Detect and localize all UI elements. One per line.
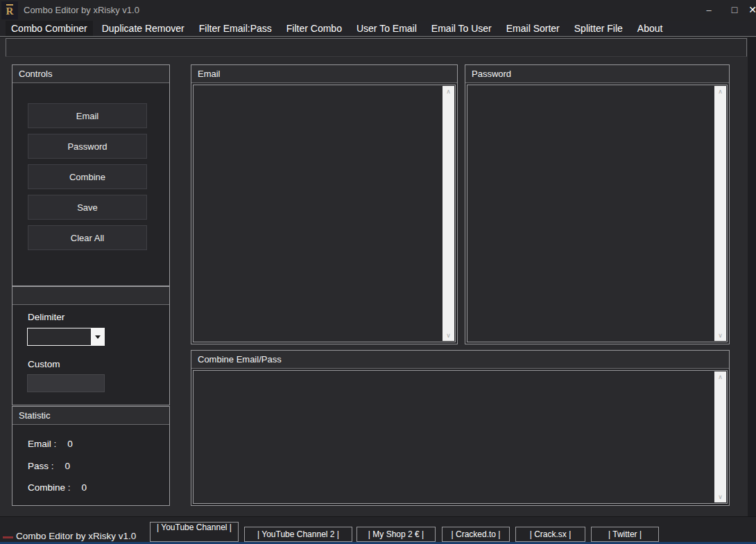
statistic-group-title: Statistic xyxy=(12,407,169,425)
tab-combo-combiner[interactable]: Combo Combiner xyxy=(6,21,93,36)
youtube-channel-button[interactable]: | YouTube Channel | xyxy=(150,522,239,542)
scroll-up-icon[interactable]: ∧ xyxy=(714,87,726,96)
scroll-down-icon[interactable]: ∨ xyxy=(714,331,726,340)
crack-sx-button[interactable]: | Crack.sx | xyxy=(515,527,585,542)
combine-group-title: Combine Email/Pass xyxy=(191,351,729,369)
my-shop-button[interactable]: | My Shop 2 € | xyxy=(356,527,436,542)
delimiter-select-value xyxy=(28,328,91,345)
combine-group: Combine Email/Pass ∧ ∨ xyxy=(191,350,730,506)
status-bar: Combo Editor by xRisky v1.0 | YouTube Ch… xyxy=(0,516,756,542)
close-button[interactable]: ✕ xyxy=(741,0,756,19)
maximize-icon: □ xyxy=(732,4,737,15)
tab-user-to-email[interactable]: User To Email xyxy=(351,21,422,36)
clear-all-button[interactable]: Clear All xyxy=(28,225,147,250)
tab-filter-combo[interactable]: Filter Combo xyxy=(281,21,347,36)
password-textarea-content xyxy=(469,87,713,340)
statusbar-brand: Combo Editor by xRisky v1.0 xyxy=(16,531,136,541)
minimize-icon: – xyxy=(706,5,711,15)
app-icon: R xyxy=(1,1,18,19)
delimiter-group-header xyxy=(12,287,169,305)
email-textarea-content xyxy=(195,87,441,340)
tab-page: Controls Email Password Combine Save Cle… xyxy=(0,37,748,516)
custom-delimiter-input[interactable] xyxy=(27,374,105,392)
stat-email-label: Email : xyxy=(28,439,56,449)
brand-dash-icon xyxy=(3,536,13,538)
email-scrollbar[interactable]: ∧ ∨ xyxy=(443,86,454,341)
combine-scrollbar[interactable]: ∧ ∨ xyxy=(714,371,726,502)
tab-filter-email-pass[interactable]: Filter Email:Pass xyxy=(194,21,277,36)
tab-email-sorter[interactable]: Email Sorter xyxy=(501,21,565,36)
minimize-button[interactable]: – xyxy=(697,0,721,19)
cracked-to-button[interactable]: | Cracked.to | xyxy=(442,527,510,542)
tab-duplicate-remover[interactable]: Duplicate Remover xyxy=(96,21,190,36)
stat-combine-row: Combine :0 xyxy=(28,482,87,493)
youtube-channel-2-button[interactable]: | YouTube Channel 2 | xyxy=(244,527,352,542)
scroll-down-icon[interactable]: ∨ xyxy=(443,331,454,340)
stat-pass-label: Pass : xyxy=(28,461,54,471)
email-group-title: Email xyxy=(191,65,457,83)
tab-bar: Combo Combiner Duplicate Remover Filter … xyxy=(0,21,756,37)
tab-splitter-file[interactable]: Splitter File xyxy=(569,21,628,36)
tab-about[interactable]: About xyxy=(632,21,669,36)
password-button[interactable]: Password xyxy=(28,134,147,159)
stat-email-value: 0 xyxy=(67,439,73,449)
titlebar: R Combo Editor by xRisky v1.0 – □ ✕ xyxy=(0,0,756,21)
delimiter-label: Delimiter xyxy=(28,312,65,322)
stat-email-row: Email :0 xyxy=(28,439,73,449)
twitter-button[interactable]: | Twitter | xyxy=(591,527,659,542)
email-textarea[interactable]: ∧ ∨ xyxy=(193,85,456,342)
chevron-down-icon xyxy=(95,335,101,339)
top-panel xyxy=(6,38,747,57)
stat-combine-value: 0 xyxy=(82,482,87,493)
controls-group-title: Controls xyxy=(12,65,169,83)
email-group: Email ∧ ∨ xyxy=(191,64,458,344)
delimiter-dropdown-button[interactable] xyxy=(91,328,104,345)
scroll-down-icon[interactable]: ∨ xyxy=(714,492,726,502)
password-textarea[interactable]: ∧ ∨ xyxy=(467,85,728,342)
app-logo-icon: R xyxy=(6,4,14,17)
combine-textarea[interactable]: ∧ ∨ xyxy=(193,370,728,504)
email-button[interactable]: Email xyxy=(28,103,147,128)
password-scrollbar[interactable]: ∧ ∨ xyxy=(714,86,726,341)
window-title: Combo Editor by xRisky v1.0 xyxy=(24,5,139,15)
stat-combine-label: Combine : xyxy=(28,482,71,493)
app-window: R Combo Editor by xRisky v1.0 – □ ✕ Comb… xyxy=(0,0,756,544)
combine-button[interactable]: Combine xyxy=(28,164,147,189)
password-group-title: Password xyxy=(465,65,729,83)
save-button[interactable]: Save xyxy=(28,195,147,220)
delimiter-group: Delimiter Custom xyxy=(12,286,170,405)
password-group: Password ∧ ∨ xyxy=(465,64,730,344)
statistic-group: Statistic Email :0 Pass :0 Combine :0 xyxy=(12,406,170,506)
combine-textarea-content xyxy=(195,372,713,502)
scroll-up-icon[interactable]: ∧ xyxy=(443,87,454,96)
controls-group: Controls Email Password Combine Save Cle… xyxy=(12,64,170,286)
tab-email-to-user[interactable]: Email To User xyxy=(426,21,497,36)
stat-pass-value: 0 xyxy=(65,461,71,471)
scroll-up-icon[interactable]: ∧ xyxy=(714,372,726,382)
stat-pass-row: Pass :0 xyxy=(28,461,70,471)
delimiter-select[interactable] xyxy=(27,328,105,346)
close-icon: ✕ xyxy=(748,4,756,15)
custom-label: Custom xyxy=(28,359,60,369)
